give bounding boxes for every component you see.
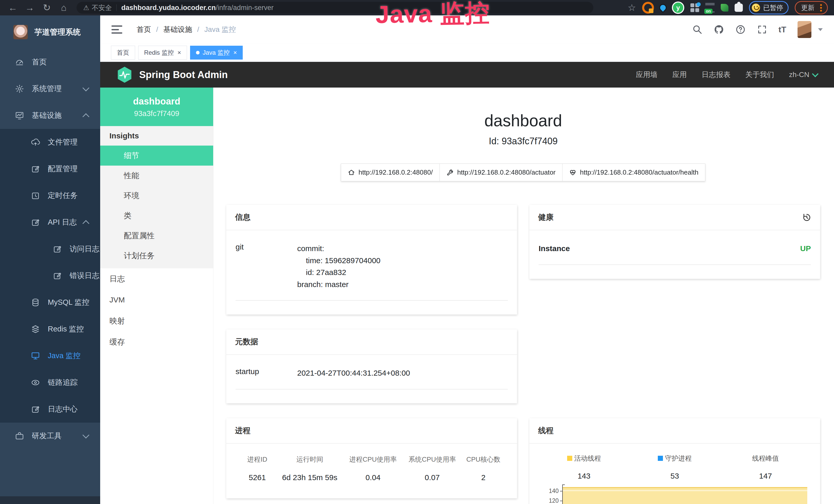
sba-nav: 应用墙 应用 日志报表 关于我们 zh-CN — [636, 70, 817, 79]
chevron-down-icon — [83, 432, 89, 438]
sba-nav-wallboard[interactable]: 应用墙 — [636, 70, 658, 79]
app-sidebar: 芋道管理系统 首页 系统管理 基础设施 文件管理 配置管理 定时任务 — [0, 16, 100, 504]
breadcrumb-infrastructure[interactable]: 基础设施 — [163, 25, 192, 35]
sba-item-classes[interactable]: 类 — [100, 206, 213, 226]
sidebar-item-tracing[interactable]: 链路追踪 — [0, 369, 100, 396]
sidebar-item-redis-monitor[interactable]: Redis 监控 — [0, 316, 100, 343]
extension-leaf-icon[interactable] — [721, 4, 728, 12]
sba-item-jvm[interactable]: JVM — [100, 289, 213, 311]
endpoint-actuator-button[interactable]: http://192.168.0.2:48080/actuator — [439, 164, 563, 181]
sidebar-item-scheduled-jobs[interactable]: 定时任务 — [0, 182, 100, 209]
metadata-card: 元数据 startup 2021-04-27T00:44:31.254+08:0… — [226, 329, 517, 403]
sba-brand[interactable]: Spring Boot Admin — [117, 66, 228, 83]
tab-java-monitor[interactable]: Java 监控 × — [190, 46, 243, 60]
paused-label: 已暂停 — [763, 3, 783, 12]
app-logo-row[interactable]: 芋道管理系统 — [0, 16, 100, 49]
sidebar-item-log-center[interactable]: 日志中心 — [0, 396, 100, 422]
sidebar-item-error-logs[interactable]: 错误日志 — [0, 262, 100, 289]
log-center-icon — [31, 405, 40, 414]
edit-icon — [53, 245, 62, 254]
breadcrumb: 首页 / 基础设施 / Java 监控 — [137, 25, 236, 35]
font-size-icon[interactable]: tT — [778, 25, 786, 35]
endpoint-health-button[interactable]: http://192.168.0.2:48080/actuator/health — [562, 164, 705, 181]
address-bar[interactable]: ⚠ 不安全 dashboard.yudao.iocoder.cn/infra/a… — [76, 2, 593, 14]
edit-icon — [53, 271, 62, 280]
sba-item-metrics[interactable]: 性能 — [100, 166, 213, 186]
tab-redis-monitor[interactable]: Redis 监控 × — [138, 46, 187, 60]
chevron-up-icon — [83, 220, 89, 227]
chevron-down-icon — [83, 85, 89, 91]
not-secure-warning-icon: ⚠ — [83, 4, 89, 12]
bookmark-star-icon[interactable]: ☆ — [628, 2, 636, 13]
sidebar-footer-bar — [0, 496, 100, 504]
hamburger-icon[interactable] — [111, 25, 122, 33]
tab-home[interactable]: 首页 — [111, 46, 135, 60]
sidebar-item-infrastructure[interactable]: 基础设施 — [0, 102, 100, 129]
close-icon[interactable]: × — [177, 49, 181, 56]
annotation-java-monitor: Java 监控 — [375, 0, 490, 32]
close-icon[interactable]: × — [233, 49, 237, 56]
sba-item-config-props[interactable]: 配置属性 — [100, 226, 213, 246]
sba-item-environment[interactable]: 环境 — [100, 186, 213, 206]
sidebar-item-system-mgmt[interactable]: 系统管理 — [0, 75, 100, 102]
sidebar-item-mysql-monitor[interactable]: MySQL 监控 — [0, 289, 100, 316]
sidebar-item-dev-tools[interactable]: 研发工具 — [0, 422, 100, 449]
home-icon — [348, 169, 355, 176]
tag-tabbar: 首页 Redis 监控 × Java 监控 × — [100, 44, 834, 62]
sba-nav-applications[interactable]: 应用 — [673, 70, 687, 79]
extension-pin-icon[interactable] — [659, 4, 667, 12]
info-git-row: git commit: time: 1596289704000 id: 27aa… — [236, 230, 508, 301]
sba-item-mappings[interactable]: 映射 — [100, 311, 213, 331]
extension-grid-icon[interactable] — [690, 3, 699, 12]
sba-body: dashboard 93a3fc7f7409 Insights 细节 性能 环境… — [100, 88, 834, 504]
extension-y-icon[interactable]: y — [672, 2, 684, 14]
health-instance-row[interactable]: Instance UP — [539, 230, 811, 265]
sidebar-item-home[interactable]: 首页 — [0, 49, 100, 75]
sba-nav-about[interactable]: 关于我们 — [745, 70, 774, 79]
browser-update-button[interactable]: 更新 — [795, 1, 828, 15]
header-actions: tT — [692, 21, 823, 38]
info-card-header: 信息 — [226, 205, 517, 230]
browser-home-icon[interactable]: ⌂ — [57, 0, 70, 16]
sba-nav-journal[interactable]: 日志报表 — [702, 70, 730, 79]
sba-item-logs[interactable]: 日志 — [100, 268, 213, 289]
sidebar-item-api-logs[interactable]: API 日志 — [0, 209, 100, 236]
browser-reload-icon[interactable]: ↻ — [40, 0, 53, 16]
sba-language-select[interactable]: zh-CN — [789, 71, 817, 79]
health-instance-label: Instance — [539, 243, 570, 255]
process-col-pid: 进程ID — [237, 455, 278, 464]
help-icon[interactable] — [736, 24, 746, 35]
breadcrumb-home[interactable]: 首页 — [137, 25, 151, 35]
metadata-startup-label: startup — [236, 367, 297, 379]
redis-icon — [31, 324, 40, 334]
ytick-120: 120 — [539, 497, 559, 504]
legend-daemon-value: 53 — [629, 472, 720, 480]
sidebar-item-config-mgmt[interactable]: 配置管理 — [0, 156, 100, 182]
sidebar-item-java-monitor[interactable]: Java 监控 — [0, 343, 100, 369]
sba-item-details[interactable]: 细节 — [100, 145, 213, 166]
endpoint-home-button[interactable]: http://192.168.0.2:48080/ — [341, 164, 440, 181]
paused-extension-badge[interactable]: 已暂停 — [749, 1, 789, 15]
extensions-puzzle-icon[interactable] — [734, 4, 743, 12]
sba-item-caches[interactable]: 缓存 — [100, 331, 213, 352]
sba-item-scheduled-tasks[interactable]: 计划任务 — [100, 246, 213, 266]
browser-back-icon[interactable]: ← — [6, 0, 20, 16]
user-menu-caret-icon[interactable] — [818, 28, 823, 31]
github-icon[interactable] — [714, 24, 724, 35]
eye-icon — [31, 378, 40, 387]
sba-title: Spring Boot Admin — [139, 69, 228, 81]
browser-menu-kebab-icon[interactable] — [820, 7, 822, 9]
sidebar-item-access-logs[interactable]: 访问日志 — [0, 236, 100, 262]
search-icon[interactable] — [692, 24, 702, 35]
sba-app-block[interactable]: dashboard 93a3fc7f7409 — [100, 88, 213, 126]
history-icon[interactable] — [802, 213, 811, 222]
fullscreen-icon[interactable] — [757, 24, 767, 35]
user-avatar[interactable] — [797, 21, 811, 38]
extension-orange-icon[interactable] — [642, 2, 654, 14]
sba-main: dashboard Id: 93a3fc7f7409 http://192.16… — [214, 88, 834, 504]
extension-onetab-icon[interactable]: on — [705, 3, 715, 13]
sba-group-label: Insights — [100, 126, 213, 145]
browser-forward-icon[interactable]: → — [23, 0, 37, 16]
metadata-startup-value: 2021-04-27T00:44:31.254+08:00 — [297, 367, 410, 379]
sidebar-item-file-mgmt[interactable]: 文件管理 — [0, 129, 100, 156]
